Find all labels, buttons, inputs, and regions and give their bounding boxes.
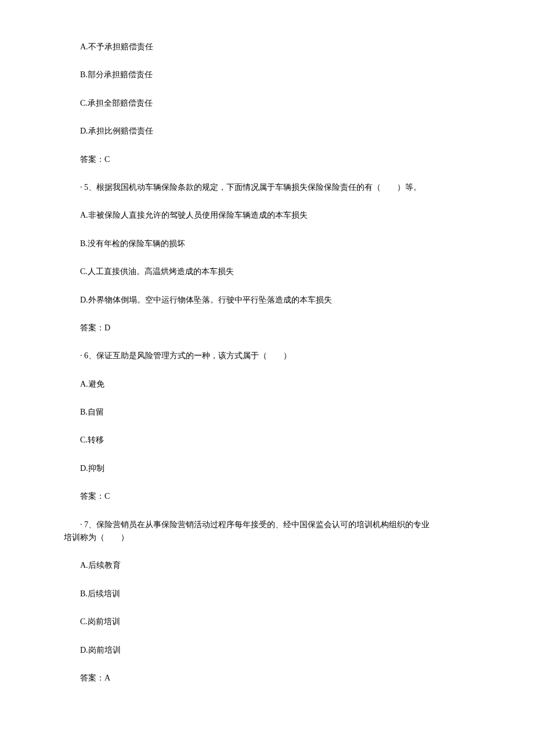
option-b: B.后续培训 bbox=[64, 588, 470, 600]
answer: 答案：C bbox=[64, 490, 470, 503]
answer: 答案：D bbox=[64, 322, 470, 334]
question-stem: · 6、保证互助是风险管理方式的一种，该方式属于（ ） bbox=[64, 350, 470, 362]
option-a: A.后续教育 bbox=[64, 559, 470, 572]
option-d: D.外界物体倒塌。空中运行物体坠落。行驶中平行坠落造成的本车损失 bbox=[64, 294, 470, 307]
option-c: C.转移 bbox=[64, 434, 470, 447]
option-b: B.没有年检的保险车辆的损坏 bbox=[64, 237, 470, 250]
option-c: C.岗前培训 bbox=[64, 615, 470, 628]
question-stem: · 5、根据我国机动车辆保险条款的规定，下面情况属于车辆损失保险保险责任的有（ … bbox=[64, 181, 470, 194]
stem-line: 培训称为（ ） bbox=[64, 531, 470, 544]
option-d: D.抑制 bbox=[64, 462, 470, 475]
option-d: D.承担比例赔偿责任 bbox=[64, 125, 470, 138]
stem-line: · 7、保险营销员在从事保险营销活动过程序每年接受的、经中国保监会认可的培训机构… bbox=[64, 519, 470, 531]
option-b: B.部分承担赔偿责任 bbox=[64, 69, 470, 81]
option-d: D.岗前培训 bbox=[64, 644, 470, 657]
answer: 答案：C bbox=[64, 153, 470, 166]
option-a: A.非被保险人直接允许的驾驶人员使用保险车辆造成的本车损失 bbox=[64, 209, 470, 222]
question-stem: · 7、保险营销员在从事保险营销活动过程序每年接受的、经中国保监会认可的培训机构… bbox=[64, 519, 470, 545]
option-a: A.不予承担赔偿责任 bbox=[64, 41, 470, 53]
option-c: C.承担全部赔偿责任 bbox=[64, 97, 470, 110]
answer: 答案：A bbox=[64, 672, 470, 685]
option-c: C.人工直接供油。高温烘烤造成的本车损失 bbox=[64, 265, 470, 278]
option-a: A.避免 bbox=[64, 378, 470, 391]
option-b: B.自留 bbox=[64, 406, 470, 419]
